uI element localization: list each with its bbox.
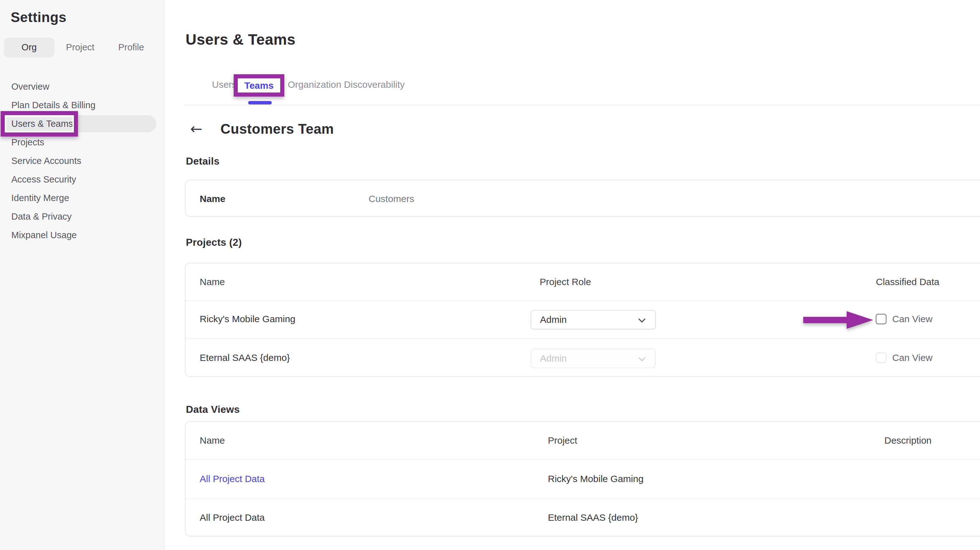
data-view-project: Ricky's Mobile Gaming xyxy=(548,473,643,485)
tab-organization-discoverability-label: Organization Discoverability xyxy=(288,79,405,90)
can-view-label: Can View xyxy=(892,352,932,363)
data-views-table: Name Project Description All Project Dat… xyxy=(185,421,980,536)
sidebar-item-overview[interactable]: Overview xyxy=(0,77,164,96)
row-divider xyxy=(186,338,980,339)
chevron-down-icon xyxy=(638,354,646,362)
arrow-head xyxy=(846,311,873,329)
column-header-project-role: Project Role xyxy=(540,276,591,288)
tab-users-label: Users xyxy=(212,79,237,90)
sidebar-tab-profile[interactable]: Profile xyxy=(109,37,153,57)
sidebar-item-label: Overview xyxy=(11,81,49,92)
page-title: Users & Teams xyxy=(186,31,296,48)
row-divider xyxy=(186,498,980,499)
tutorial-arrow-icon xyxy=(803,311,873,329)
sidebar-title: Settings xyxy=(11,10,67,25)
sidebar-item-label: Mixpanel Usage xyxy=(11,230,77,241)
sidebar-item-data-privacy[interactable]: Data & Privacy xyxy=(0,207,164,226)
details-heading: Details xyxy=(186,155,220,167)
sidebar-item-label: Identity Merge xyxy=(11,193,69,203)
sidebar-tab-project[interactable]: Project xyxy=(58,37,102,57)
sidebar-item-label: Users & Teams xyxy=(11,119,73,129)
tab-teams[interactable]: Teams xyxy=(234,74,284,97)
tab-users[interactable]: Users xyxy=(212,79,237,90)
column-header-name: Name xyxy=(200,276,225,288)
project-role-select[interactable]: Admin xyxy=(531,310,656,330)
sidebar-tab-org[interactable]: Org xyxy=(4,37,54,57)
settings-sidebar: Settings Org Project Profile Overview Pl… xyxy=(0,0,164,550)
sidebar-tab-project-label: Project xyxy=(66,42,94,53)
sidebar-nav: Overview Plan Details & Billing Users & … xyxy=(0,77,164,244)
tabs-divider xyxy=(185,105,980,105)
sidebar-item-label: Access Security xyxy=(11,174,76,185)
data-view-project: Eternal SAAS {demo} xyxy=(548,511,638,524)
tab-organization-discoverability[interactable]: Organization Discoverability xyxy=(288,79,405,90)
project-name: Ricky's Mobile Gaming xyxy=(200,313,295,325)
data-view-name: All Project Data xyxy=(200,511,265,524)
team-title: Customers Team xyxy=(221,121,334,137)
project-role-selected-value: Admin xyxy=(540,314,567,325)
sidebar-item-label: Data & Privacy xyxy=(11,212,72,222)
sidebar-item-identity-merge[interactable]: Identity Merge xyxy=(0,189,164,207)
column-header-project: Project xyxy=(548,434,577,447)
row-divider xyxy=(186,300,980,301)
project-name: Eternal SAAS {demo} xyxy=(200,351,290,364)
row-divider xyxy=(186,459,980,460)
column-header-name: Name xyxy=(200,434,225,447)
sidebar-item-mixpanel-usage[interactable]: Mixpanel Usage xyxy=(0,226,164,244)
column-header-description: Description xyxy=(885,434,932,447)
projects-heading: Projects (2) xyxy=(186,237,242,248)
projects-table: Name Project Role Classified Data Ricky'… xyxy=(185,263,980,377)
classified-data-checkbox-disabled xyxy=(876,352,886,363)
details-name-label: Name xyxy=(200,193,226,205)
arrow-shaft xyxy=(803,317,849,323)
chevron-down-icon xyxy=(638,316,646,323)
project-role-selected-value: Admin xyxy=(540,353,567,364)
sidebar-item-label: Service Accounts xyxy=(11,156,81,166)
can-view-label: Can View xyxy=(892,313,932,325)
sidebar-item-label: Projects xyxy=(11,137,45,148)
sidebar-item-service-accounts[interactable]: Service Accounts xyxy=(0,151,164,170)
tab-teams-label: Teams xyxy=(244,80,274,91)
back-arrow-icon[interactable]: ← xyxy=(188,120,204,137)
column-header-classified-data: Classified Data xyxy=(876,276,939,288)
data-views-heading: Data Views xyxy=(186,404,240,415)
sidebar-item-users-teams[interactable]: Users & Teams xyxy=(0,115,164,133)
active-tab-underline xyxy=(248,101,272,104)
classified-data-checkbox[interactable] xyxy=(876,314,886,324)
sidebar-tab-profile-label: Profile xyxy=(118,42,144,53)
data-view-link[interactable]: All Project Data xyxy=(200,473,265,485)
sidebar-item-label: Plan Details & Billing xyxy=(11,100,95,110)
sidebar-item-plan-details-billing[interactable]: Plan Details & Billing xyxy=(0,96,164,115)
details-card: Name Customers xyxy=(185,180,980,217)
sidebar-tab-org-label: Org xyxy=(21,42,37,53)
details-name-value: Customers xyxy=(369,193,414,205)
sidebar-item-access-security[interactable]: Access Security xyxy=(0,170,164,189)
project-role-select-disabled: Admin xyxy=(531,349,656,368)
sidebar-item-projects[interactable]: Projects xyxy=(0,133,164,151)
